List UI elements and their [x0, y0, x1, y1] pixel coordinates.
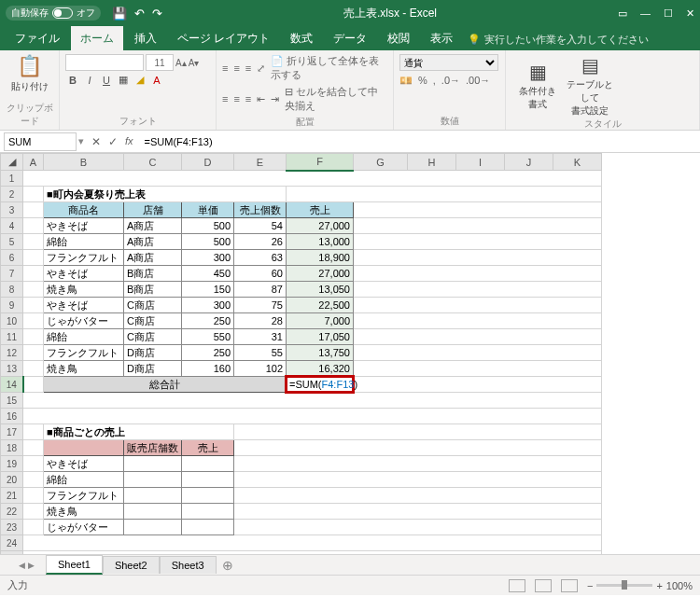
- zoom-out-icon[interactable]: −: [587, 580, 593, 591]
- row-header[interactable]: 8: [1, 282, 23, 298]
- align-left-icon[interactable]: ≡: [222, 93, 228, 104]
- row-header[interactable]: 14: [1, 377, 23, 393]
- align-center-icon[interactable]: ≡: [233, 93, 239, 104]
- close-icon[interactable]: ✕: [686, 7, 694, 20]
- orientation-icon[interactable]: ⤢: [257, 62, 265, 75]
- sheet-tab[interactable]: Sheet3: [160, 556, 217, 574]
- tab-data[interactable]: データ: [324, 26, 376, 50]
- col-header[interactable]: D: [182, 154, 234, 171]
- cell[interactable]: 22,500: [287, 298, 354, 313]
- align-bottom-icon[interactable]: ≡: [245, 62, 251, 74]
- cell[interactable]: A商店: [124, 250, 182, 266]
- paste-button[interactable]: 📋 貼り付け: [6, 54, 53, 93]
- font-color-button[interactable]: A: [149, 75, 164, 86]
- cell[interactable]: 60: [234, 266, 287, 282]
- font-name-input[interactable]: [65, 54, 144, 71]
- indent-increase-icon[interactable]: ⇥: [271, 93, 279, 105]
- ribbon-options-icon[interactable]: ▭: [618, 7, 627, 20]
- cell[interactable]: やきそば: [44, 298, 124, 313]
- cell[interactable]: 87: [234, 282, 287, 298]
- cell[interactable]: 75: [234, 298, 287, 313]
- col-header[interactable]: K: [553, 154, 602, 171]
- normal-view-icon[interactable]: [509, 579, 525, 592]
- currency-icon[interactable]: 💴: [399, 75, 413, 87]
- spreadsheet-grid[interactable]: ◢ A B C D E F G H I J K 1 2■町内会夏祭り売上表 3 …: [0, 153, 700, 554]
- cell[interactable]: 綿飴: [44, 234, 124, 250]
- format-as-table-button[interactable]: ▤ テーブルとして 書式設定: [564, 54, 616, 118]
- row-header[interactable]: 25: [1, 551, 23, 555]
- cell[interactable]: フランクフルト: [44, 250, 124, 266]
- italic-button[interactable]: I: [82, 75, 97, 86]
- cell[interactable]: フランクフルト: [44, 488, 124, 504]
- cell[interactable]: 綿飴: [44, 329, 124, 345]
- cell[interactable]: A商店: [124, 218, 182, 234]
- tab-review[interactable]: 校閲: [378, 26, 419, 50]
- col-header[interactable]: F: [287, 154, 354, 171]
- row-header[interactable]: 21: [1, 488, 23, 504]
- cancel-formula-icon[interactable]: ✕: [91, 135, 101, 148]
- tab-view[interactable]: 表示: [421, 26, 462, 50]
- cell[interactable]: 300: [182, 250, 234, 266]
- name-box[interactable]: SUM: [4, 132, 77, 151]
- sheet-nav-next-icon[interactable]: ▶: [28, 561, 35, 570]
- row-header[interactable]: 24: [1, 535, 23, 551]
- cell[interactable]: [182, 520, 234, 535]
- row-header[interactable]: 1: [1, 171, 23, 187]
- row-header[interactable]: 3: [1, 202, 23, 218]
- cell[interactable]: 55: [234, 345, 287, 361]
- conditional-formatting-button[interactable]: ▦ 条件付き 書式: [511, 54, 564, 118]
- cell[interactable]: B商店: [124, 282, 182, 298]
- decimal-decrease-icon[interactable]: .00→: [466, 75, 490, 87]
- cell[interactable]: 焼き鳥: [44, 504, 124, 520]
- merge-center-button[interactable]: ⊟ セルを結合して中央揃え: [285, 85, 387, 113]
- cell[interactable]: D商店: [124, 361, 182, 377]
- row-header[interactable]: 16: [1, 409, 23, 424]
- tab-layout[interactable]: ページ レイアウト: [168, 26, 279, 50]
- row-header[interactable]: 5: [1, 234, 23, 250]
- page-layout-view-icon[interactable]: [535, 579, 552, 592]
- align-right-icon[interactable]: ≡: [245, 93, 251, 104]
- wrap-text-button[interactable]: 📄 折り返して全体を表示する: [271, 54, 387, 82]
- add-sheet-icon[interactable]: ⊕: [222, 558, 233, 573]
- cell[interactable]: [182, 472, 234, 488]
- minimize-icon[interactable]: —: [640, 7, 651, 20]
- cell[interactable]: じゃがバター: [44, 313, 124, 329]
- row-header[interactable]: 6: [1, 250, 23, 266]
- cell[interactable]: 31: [234, 329, 287, 345]
- cell[interactable]: 300: [182, 298, 234, 313]
- row-header[interactable]: 4: [1, 218, 23, 234]
- cell[interactable]: やきそば: [44, 266, 124, 282]
- cell[interactable]: 450: [182, 266, 234, 282]
- cell[interactable]: [124, 520, 182, 535]
- cell[interactable]: [124, 488, 182, 504]
- cell[interactable]: 250: [182, 313, 234, 329]
- col-header[interactable]: I: [456, 154, 505, 171]
- decimal-increase-icon[interactable]: .0→: [441, 75, 460, 87]
- cell[interactable]: C商店: [124, 313, 182, 329]
- cell[interactable]: D商店: [124, 345, 182, 361]
- cell[interactable]: 13,750: [287, 345, 354, 361]
- cell[interactable]: じゃがバター: [44, 520, 124, 535]
- align-top-icon[interactable]: ≡: [222, 62, 228, 74]
- cell[interactable]: [124, 456, 182, 472]
- font-size-input[interactable]: 11: [146, 54, 174, 71]
- col-header[interactable]: B: [44, 154, 124, 171]
- cell[interactable]: [182, 488, 234, 504]
- row-header[interactable]: 2: [1, 187, 23, 202]
- cell[interactable]: 150: [182, 282, 234, 298]
- sheet-tab[interactable]: Sheet2: [103, 556, 160, 574]
- align-middle-icon[interactable]: ≡: [233, 62, 239, 74]
- cell[interactable]: フランクフルト: [44, 345, 124, 361]
- cell[interactable]: 550: [182, 329, 234, 345]
- cell[interactable]: 27,000: [287, 218, 354, 234]
- enter-formula-icon[interactable]: ✓: [108, 135, 118, 148]
- underline-button[interactable]: U: [99, 75, 114, 86]
- tell-me[interactable]: 💡 実行したい作業を入力してください: [468, 33, 649, 50]
- sheet-tab[interactable]: Sheet1: [46, 555, 103, 575]
- col-header[interactable]: A: [23, 154, 44, 171]
- cell[interactable]: C商店: [124, 329, 182, 345]
- cell[interactable]: 13,050: [287, 282, 354, 298]
- cell[interactable]: C商店: [124, 298, 182, 313]
- cell[interactable]: 27,000: [287, 266, 354, 282]
- cell[interactable]: 18,900: [287, 250, 354, 266]
